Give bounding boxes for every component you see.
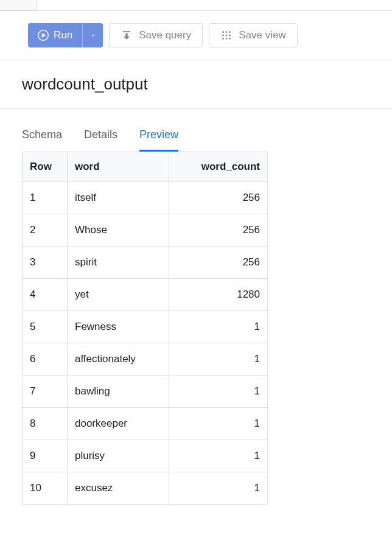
cell-row: 10 bbox=[23, 472, 68, 505]
top-strip bbox=[0, 0, 392, 11]
table-row: 6affectionately1 bbox=[23, 343, 268, 376]
cell-word-count: 1 bbox=[169, 343, 267, 376]
svg-rect-9 bbox=[229, 38, 231, 39]
cell-word-count: 1280 bbox=[169, 279, 267, 311]
table-row: 7bawling1 bbox=[23, 376, 268, 408]
cell-row: 4 bbox=[23, 279, 68, 311]
cell-word: plurisy bbox=[68, 440, 169, 472]
svg-rect-4 bbox=[223, 35, 225, 37]
cell-word: itself bbox=[68, 182, 169, 214]
table-row: 4yet1280 bbox=[23, 279, 268, 311]
tab-details[interactable]: Details bbox=[84, 124, 117, 152]
table-wrap: Row word word_count 1itself2562Whose2563… bbox=[0, 152, 392, 505]
cell-word-count: 256 bbox=[169, 182, 267, 214]
cell-row: 3 bbox=[23, 247, 68, 279]
run-button[interactable]: Run bbox=[28, 23, 82, 47]
cell-word: doorkeeper bbox=[68, 408, 169, 440]
save-query-label: Save query bbox=[139, 29, 191, 41]
svg-rect-2 bbox=[226, 31, 228, 33]
data-table: Row word word_count 1itself2562Whose2563… bbox=[22, 152, 268, 505]
cell-word-count: 1 bbox=[169, 408, 267, 440]
svg-rect-7 bbox=[223, 38, 225, 39]
svg-rect-3 bbox=[229, 31, 231, 33]
cell-row: 7 bbox=[23, 376, 68, 408]
table-row: 2Whose256 bbox=[23, 214, 268, 247]
cell-row: 5 bbox=[23, 311, 68, 343]
cell-word-count: 1 bbox=[169, 376, 267, 408]
tabs: Schema Details Preview bbox=[0, 124, 392, 152]
cell-row: 1 bbox=[23, 182, 68, 214]
cell-word: Whose bbox=[68, 214, 169, 247]
svg-rect-6 bbox=[229, 35, 231, 37]
run-dropdown[interactable] bbox=[82, 23, 103, 47]
save-view-button[interactable]: Save view bbox=[209, 23, 297, 47]
cell-row: 2 bbox=[23, 214, 68, 247]
play-icon bbox=[38, 30, 49, 41]
cell-word: Fewness bbox=[68, 311, 169, 343]
cell-word: affectionately bbox=[68, 343, 169, 376]
cell-word: yet bbox=[68, 279, 169, 311]
save-query-button[interactable]: Save query bbox=[109, 23, 203, 47]
cell-word: spirit bbox=[68, 247, 169, 279]
table-row: 1itself256 bbox=[23, 182, 268, 214]
cell-row: 8 bbox=[23, 408, 68, 440]
tab-schema[interactable]: Schema bbox=[22, 124, 62, 152]
cell-row: 6 bbox=[23, 343, 68, 376]
save-view-label: Save view bbox=[239, 29, 285, 41]
cell-word-count: 256 bbox=[169, 214, 267, 247]
download-icon bbox=[121, 29, 133, 41]
toolbar: Run Save query Save view bbox=[0, 11, 392, 60]
cell-word: bawling bbox=[68, 376, 169, 408]
table-row: 10excusez1 bbox=[23, 472, 268, 505]
table-row: 9plurisy1 bbox=[23, 440, 268, 472]
table-row: 3spirit256 bbox=[23, 247, 268, 279]
cell-word-count: 256 bbox=[169, 247, 267, 279]
table-body: 1itself2562Whose2563spirit2564yet12805Fe… bbox=[23, 182, 268, 505]
cell-word: excusez bbox=[68, 472, 169, 505]
svg-rect-8 bbox=[226, 38, 228, 39]
table-row: 5Fewness1 bbox=[23, 311, 268, 343]
svg-rect-1 bbox=[223, 31, 225, 33]
page-title: wordcount_output bbox=[22, 75, 392, 94]
col-header-row: Row bbox=[23, 152, 68, 182]
run-button-group: Run bbox=[28, 23, 103, 47]
cell-row: 9 bbox=[23, 440, 68, 472]
cell-word-count: 1 bbox=[169, 440, 267, 472]
top-strip-tab bbox=[0, 0, 37, 10]
grid-icon bbox=[220, 29, 233, 41]
table-row: 8doorkeeper1 bbox=[23, 408, 268, 440]
cell-word-count: 1 bbox=[169, 472, 267, 505]
run-button-label: Run bbox=[54, 29, 72, 41]
cell-word-count: 1 bbox=[169, 311, 267, 343]
caret-down-icon bbox=[89, 32, 97, 39]
col-header-word-count: word_count bbox=[169, 152, 267, 182]
title-section: wordcount_output bbox=[0, 60, 392, 109]
svg-rect-5 bbox=[226, 35, 228, 37]
col-header-word: word bbox=[68, 152, 169, 182]
tab-preview[interactable]: Preview bbox=[139, 124, 178, 152]
